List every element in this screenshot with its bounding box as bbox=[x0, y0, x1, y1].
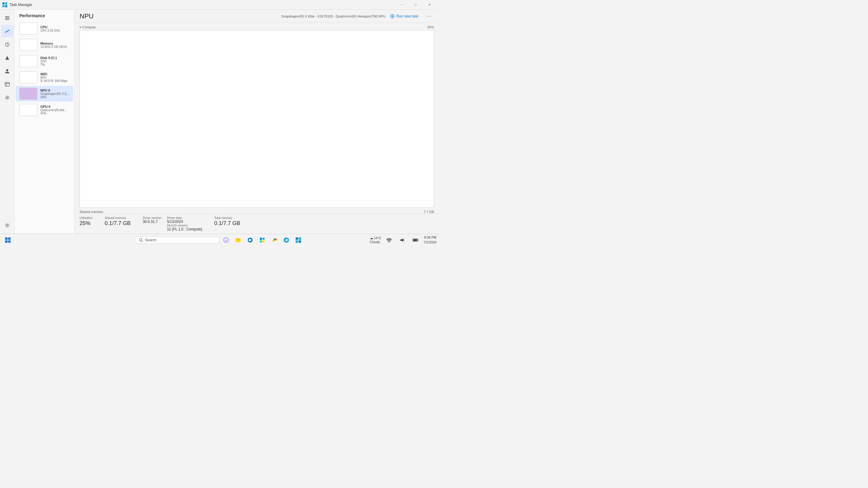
restore-button[interactable]: □ bbox=[409, 0, 423, 10]
gpu-sub: Qualcomm(R) Adr... bbox=[40, 108, 70, 112]
network-button[interactable] bbox=[384, 235, 395, 246]
chevron-icon: ▾ bbox=[80, 26, 81, 29]
device-item-cpu[interactable]: CPU 15% 3.33 GHz bbox=[16, 21, 73, 36]
total-memory-label: Total memory bbox=[214, 216, 240, 220]
compute-value: 25% bbox=[427, 25, 434, 29]
device-item-npu[interactable]: NPU 0 Snapdragon(R) X E... 25% bbox=[16, 86, 73, 101]
close-button[interactable]: ✕ bbox=[423, 0, 436, 10]
sidebar-item-settings[interactable] bbox=[1, 219, 13, 231]
svg-rect-36 bbox=[299, 237, 301, 240]
driver-date-label: Driver date: bbox=[167, 216, 202, 220]
cpu-thumbnail bbox=[19, 23, 37, 35]
directx-label: DirectX version: bbox=[167, 224, 202, 227]
svg-line-23 bbox=[142, 241, 143, 242]
device-item-wifi[interactable]: WiFi WiFi S: 64.0 R: 104 Kbps bbox=[16, 70, 73, 85]
taskbar-store-button[interactable] bbox=[257, 235, 268, 246]
sidebar-item-services[interactable] bbox=[1, 92, 13, 104]
shared-memory-chart-container bbox=[80, 165, 434, 211]
stat-driver: Driver version: 30.0.31.7 Driver date: 5… bbox=[143, 216, 202, 231]
performance-icon bbox=[4, 29, 10, 34]
device-item-gpu[interactable]: GPU 0 Qualcomm(R) Adr... 47% bbox=[16, 102, 73, 118]
npu-sub: Snapdragon(R) X E... bbox=[40, 92, 70, 96]
sidebar-item-history[interactable] bbox=[1, 38, 13, 51]
title-bar-left: Task Manager bbox=[2, 2, 32, 7]
taskbar-left bbox=[2, 235, 13, 246]
telegram-icon bbox=[283, 237, 289, 243]
memory-section: Shared memory 7.7 GB bbox=[80, 161, 434, 211]
app-container: Performance CPU 15% 3.33 GHz Memory 13.8… bbox=[0, 10, 439, 234]
svg-rect-0 bbox=[2, 2, 4, 4]
npu-name: NPU 0 bbox=[40, 89, 70, 92]
more-options-button[interactable]: ⋯ bbox=[424, 12, 434, 20]
taskbar-chrome-button[interactable] bbox=[269, 235, 280, 246]
start-button[interactable] bbox=[2, 235, 13, 246]
taskbar-taskmanager-button[interactable] bbox=[293, 235, 304, 246]
gpu-thumbnail bbox=[19, 104, 37, 116]
svg-rect-1 bbox=[5, 2, 7, 4]
gpu-pct: 47% bbox=[40, 112, 70, 115]
main-header: NPU Snapdragon(R) X Elite - X1E78100 - Q… bbox=[75, 10, 439, 23]
driver-details: Driver version: 30.0.31.7 Driver date: 5… bbox=[143, 216, 202, 231]
sidebar-item-startup[interactable] bbox=[1, 52, 13, 64]
sidebar-item-users[interactable] bbox=[1, 65, 13, 77]
run-task-label: Run new task bbox=[396, 14, 418, 19]
cpu-sub: 15% 3.33 GHz bbox=[40, 29, 70, 32]
clock-time: 9:36 PM bbox=[424, 235, 436, 240]
weather-temp: 14°C bbox=[374, 236, 381, 240]
title-bar-title: Task Manager bbox=[10, 3, 32, 7]
taskbar-files-button[interactable] bbox=[233, 235, 244, 246]
wifi-info: WiFi WiFi S: 64.0 R: 104 Kbps bbox=[40, 72, 70, 83]
svg-rect-37 bbox=[296, 240, 298, 243]
chrome-icon bbox=[271, 237, 277, 243]
ai-icon: AI bbox=[223, 237, 229, 243]
battery-button[interactable] bbox=[410, 235, 421, 246]
list-icon bbox=[4, 15, 10, 21]
device-item-disk[interactable]: Disk 0 (C:) SSD 7% bbox=[16, 53, 73, 69]
stat-total-memory: Total memory 0.1/7.7 GB bbox=[214, 216, 240, 231]
run-task-button[interactable]: Run new task bbox=[388, 13, 421, 20]
cpu-info: CPU 15% 3.33 GHz bbox=[40, 25, 70, 32]
sidebar-item-performance[interactable] bbox=[1, 25, 13, 37]
driver-version-label: Driver version: bbox=[143, 216, 162, 220]
search-icon bbox=[139, 238, 143, 242]
taskbar-right: ☁ 14°C Cloudy bbox=[370, 235, 436, 246]
run-task-icon bbox=[390, 14, 395, 19]
disk-pct: 7% bbox=[40, 63, 70, 66]
left-panel-header: Performance bbox=[14, 10, 74, 21]
header-actions: Run new task ⋯ bbox=[388, 12, 434, 20]
compute-label: ▾ Compute bbox=[80, 25, 96, 29]
sidebar-item-processes[interactable] bbox=[1, 12, 13, 24]
taskbar: Search AI bbox=[0, 234, 439, 246]
volume-button[interactable] bbox=[397, 235, 408, 246]
taskbar-edge-button[interactable] bbox=[245, 235, 255, 246]
device-item-memory[interactable]: Memory 13.8/15.4 GB (90%) bbox=[16, 37, 73, 53]
wifi-sub: WiFi bbox=[40, 76, 70, 79]
svg-marker-8 bbox=[5, 56, 9, 60]
svg-point-14 bbox=[6, 224, 8, 226]
memory-thumbnail bbox=[19, 39, 37, 51]
svg-point-9 bbox=[6, 69, 8, 71]
compute-chart-container bbox=[80, 30, 434, 158]
left-panel: Performance CPU 15% 3.33 GHz Memory 13.8… bbox=[14, 10, 75, 234]
sidebar-item-details[interactable] bbox=[1, 78, 13, 90]
history-icon bbox=[4, 42, 10, 47]
minimize-button[interactable]: ─ bbox=[395, 0, 409, 10]
svg-rect-26 bbox=[236, 238, 241, 242]
npu-thumbnail bbox=[19, 88, 37, 100]
search-bar[interactable]: Search bbox=[135, 236, 219, 244]
users-icon bbox=[4, 68, 10, 74]
settings-icon bbox=[4, 223, 10, 228]
wifi-icon bbox=[386, 237, 392, 243]
npu-compute-chart bbox=[80, 30, 434, 158]
svg-rect-3 bbox=[5, 5, 7, 7]
wifi-thumbnail bbox=[19, 71, 37, 84]
svg-rect-31 bbox=[262, 240, 265, 242]
taskbar-ai-button[interactable]: AI bbox=[221, 235, 231, 246]
app-icon bbox=[2, 2, 7, 7]
taskbar-telegram-button[interactable] bbox=[281, 235, 292, 246]
total-memory-value: 0.1/7.7 GB bbox=[214, 220, 240, 227]
files-icon bbox=[235, 237, 241, 243]
svg-rect-21 bbox=[8, 240, 10, 243]
gpu-name: GPU 0 bbox=[40, 105, 70, 108]
driver-version-value: 30.0.31.7 bbox=[143, 220, 162, 224]
